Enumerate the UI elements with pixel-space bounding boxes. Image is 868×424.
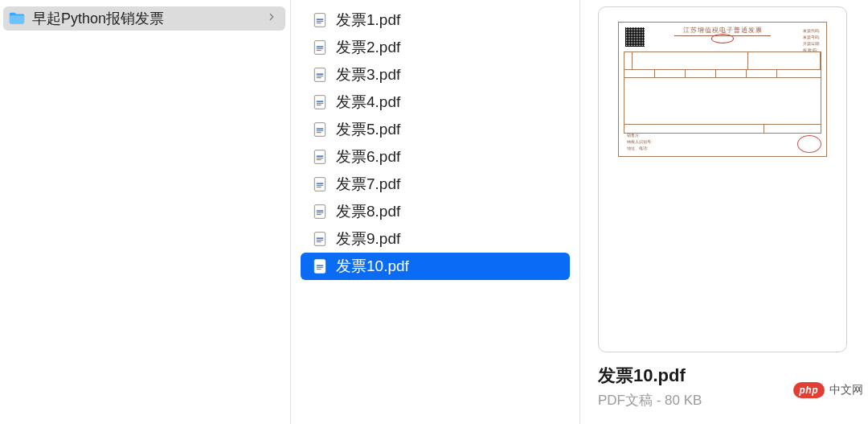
file-list-column: 发票1.pdf 发票2.pdf 发票3.pdf 发票4.pdf 发票5.pdf [291, 0, 580, 424]
svg-rect-26 [317, 185, 323, 186]
invoice-footer: 销售方:纳税人识别号:地址、电话: [627, 132, 652, 151]
svg-rect-35 [317, 241, 321, 242]
chevron-right-icon [266, 11, 280, 26]
file-row[interactable]: 发票2.pdf [301, 34, 570, 61]
stamp-icon [711, 34, 734, 43]
svg-rect-33 [317, 237, 323, 239]
svg-rect-17 [317, 128, 323, 130]
svg-rect-37 [317, 265, 323, 266]
invoice-meta: 发票代码: 发票号码: 开票日期: 校 验 码: [803, 27, 820, 53]
pdf-file-icon [312, 149, 328, 165]
pdf-file-icon [312, 204, 328, 220]
pdf-file-icon [312, 231, 328, 247]
seal-icon [797, 135, 821, 153]
pdf-file-icon [312, 121, 328, 138]
svg-rect-7 [317, 50, 321, 51]
folder-row[interactable]: 早起Python报销发票 [3, 6, 285, 31]
file-name: 发票5.pdf [336, 119, 400, 140]
svg-rect-1 [317, 19, 323, 20]
watermark: php 中文网 [793, 382, 864, 398]
svg-rect-38 [317, 267, 323, 268]
svg-rect-15 [317, 105, 321, 105]
svg-rect-25 [317, 183, 323, 184]
file-row[interactable]: 发票8.pdf [301, 198, 570, 225]
pdf-file-icon [312, 39, 328, 56]
file-row[interactable]: 发票6.pdf [301, 143, 570, 171]
svg-rect-34 [317, 240, 323, 241]
svg-rect-21 [317, 155, 323, 157]
svg-rect-3 [317, 23, 321, 23]
svg-rect-5 [317, 46, 323, 47]
file-name: 发票8.pdf [336, 201, 400, 222]
file-row-selected[interactable]: 发票10.pdf [301, 253, 570, 280]
file-name: 发票2.pdf [336, 37, 400, 58]
svg-rect-19 [317, 132, 321, 133]
pdf-file-icon [312, 176, 328, 192]
svg-rect-2 [317, 21, 323, 22]
file-name: 发票10.pdf [336, 256, 409, 277]
file-name: 发票3.pdf [336, 64, 400, 85]
svg-rect-10 [317, 76, 323, 76]
svg-rect-27 [317, 187, 321, 187]
invoice-grid [624, 51, 821, 134]
svg-rect-30 [317, 212, 323, 213]
pdf-file-icon [312, 258, 328, 274]
file-row[interactable]: 发票4.pdf [301, 89, 570, 116]
file-row[interactable]: 发票1.pdf [301, 6, 570, 34]
file-row[interactable]: 发票7.pdf [301, 171, 570, 198]
svg-rect-11 [317, 77, 321, 78]
sidebar-column: 早起Python报销发票 [0, 0, 291, 424]
invoice-image: 江苏增值税电子普通发票 发票代码: 发票号码: 开票日期: 校 验 码: 销售方… [618, 22, 827, 157]
folder-icon [8, 10, 26, 27]
svg-rect-22 [317, 158, 323, 158]
pdf-file-icon [312, 67, 328, 83]
folder-label: 早起Python报销发票 [32, 9, 266, 28]
file-name: 发票9.pdf [336, 228, 400, 249]
svg-rect-13 [317, 101, 323, 102]
file-row[interactable]: 发票9.pdf [301, 225, 570, 253]
pdf-file-icon [312, 12, 328, 28]
pdf-file-icon [312, 94, 328, 110]
file-name: 发票1.pdf [336, 10, 400, 31]
file-row[interactable]: 发票5.pdf [301, 116, 570, 143]
svg-rect-39 [317, 269, 321, 270]
watermark-pill: php [793, 382, 825, 398]
file-name: 发票7.pdf [336, 174, 400, 195]
file-name: 发票6.pdf [336, 146, 400, 167]
svg-rect-18 [317, 130, 323, 131]
svg-rect-29 [317, 210, 323, 212]
preview-column: 江苏增值税电子普通发票 发票代码: 发票号码: 开票日期: 校 验 码: 销售方… [580, 0, 868, 424]
svg-rect-23 [317, 159, 321, 160]
watermark-text: 中文网 [829, 383, 863, 397]
file-name: 发票4.pdf [336, 92, 400, 113]
svg-rect-31 [317, 214, 321, 215]
svg-rect-14 [317, 103, 323, 104]
svg-rect-9 [317, 73, 323, 75]
file-row[interactable]: 发票3.pdf [301, 61, 570, 89]
preview-thumbnail[interactable]: 江苏增值税电子普通发票 发票代码: 发票号码: 开票日期: 校 验 码: 销售方… [598, 6, 847, 352]
svg-rect-6 [317, 48, 323, 49]
